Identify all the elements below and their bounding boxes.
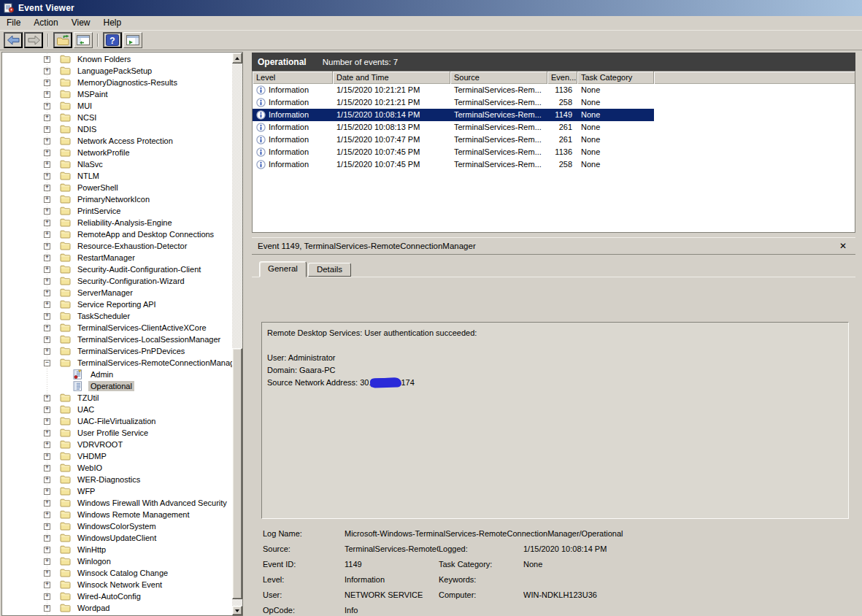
tree-item-winlogon[interactable]: +Winlogon bbox=[2, 555, 232, 567]
expand-icon[interactable]: + bbox=[44, 91, 50, 98]
expand-icon[interactable]: + bbox=[44, 278, 50, 285]
expand-icon[interactable]: + bbox=[44, 430, 50, 436]
export-folder-button[interactable] bbox=[53, 32, 72, 48]
tree-item-windowscolorsystem[interactable]: +WindowsColorSystem bbox=[2, 520, 232, 532]
tree-item-ncsi[interactable]: +NCSI bbox=[2, 112, 232, 123]
expand-icon[interactable]: + bbox=[44, 535, 50, 542]
tree-item-winhttp[interactable]: +WinHttp bbox=[2, 544, 232, 555]
tree-item-vhdmp[interactable]: +VHDMP bbox=[2, 450, 232, 462]
expand-icon[interactable]: + bbox=[44, 570, 50, 577]
tree-item-terminalservices-remoteconnectionmanager[interactable]: −TerminalServices-RemoteConnectionManage… bbox=[2, 357, 232, 369]
column-header-level[interactable]: Level bbox=[253, 72, 333, 84]
forward-arrow-button[interactable] bbox=[24, 32, 43, 48]
tree-item-wordpad[interactable]: +Wordpad bbox=[2, 602, 232, 614]
expand-icon[interactable]: + bbox=[44, 208, 50, 215]
scroll-down-button[interactable] bbox=[232, 606, 242, 615]
tree-item-mspaint[interactable]: +MSPaint bbox=[2, 88, 232, 100]
event-row[interactable]: Information1/15/2020 10:21:21 PMTerminal… bbox=[253, 96, 654, 109]
menu-file[interactable]: File bbox=[0, 16, 27, 30]
tree-item-terminalservices-localsessionmanager[interactable]: +TerminalServices-LocalSessionManager bbox=[2, 334, 232, 345]
expand-icon[interactable]: + bbox=[44, 150, 50, 156]
expand-icon[interactable]: + bbox=[44, 395, 50, 401]
expand-icon[interactable]: + bbox=[44, 523, 50, 530]
tree-item-networkprofile[interactable]: +NetworkProfile bbox=[2, 147, 232, 158]
tree-item-vdrvroot[interactable]: +VDRVROOT bbox=[2, 439, 232, 450]
column-header-even[interactable]: Even... bbox=[547, 72, 577, 84]
expand-icon[interactable]: + bbox=[44, 301, 50, 308]
tree-item-languagepacksetup[interactable]: +LanguagePackSetup bbox=[2, 65, 232, 77]
expand-icon[interactable]: + bbox=[44, 126, 50, 133]
expand-icon[interactable]: + bbox=[44, 477, 50, 483]
tree-item-uac-filevirtualization[interactable]: +UAC-FileVirtualization bbox=[2, 415, 232, 427]
expand-icon[interactable]: + bbox=[44, 453, 50, 460]
tree-item-primarynetworkicon[interactable]: +PrimaryNetworkIcon bbox=[2, 193, 232, 205]
tree-item-printservice[interactable]: +PrintService bbox=[2, 205, 232, 217]
tree-item-reliability-analysis-engine[interactable]: +Reliability-Analysis-Engine bbox=[2, 217, 232, 228]
expand-icon[interactable]: + bbox=[44, 196, 50, 203]
tree-item-uac[interactable]: +UAC bbox=[2, 404, 232, 415]
event-row[interactable]: Information1/15/2020 10:07:45 PMTerminal… bbox=[253, 158, 654, 171]
expand-icon[interactable]: + bbox=[44, 266, 50, 273]
tree-scrollbar[interactable] bbox=[232, 53, 242, 615]
menu-view[interactable]: View bbox=[65, 16, 97, 30]
expand-icon[interactable]: + bbox=[44, 348, 50, 355]
tree-item-wer-diagnostics[interactable]: +WER-Diagnostics bbox=[2, 474, 232, 485]
column-header-date-and-time[interactable]: Date and Time bbox=[333, 72, 450, 84]
tab-general[interactable]: General bbox=[259, 261, 307, 277]
expand-icon[interactable]: + bbox=[44, 255, 50, 261]
tree-item-restartmanager[interactable]: +RestartManager bbox=[2, 252, 232, 263]
tree-item-windows-remote-management[interactable]: +Windows Remote Management bbox=[2, 509, 232, 520]
expand-icon[interactable]: + bbox=[44, 465, 50, 471]
show-action-pane-button[interactable] bbox=[123, 32, 142, 48]
expand-icon[interactable]: + bbox=[44, 68, 50, 74]
expand-icon[interactable]: + bbox=[44, 56, 50, 63]
tree-item-security-audit-configuration-client[interactable]: +Security-Audit-Configuration-Client bbox=[2, 263, 232, 275]
tree-item-tzutil[interactable]: +TZUtil bbox=[2, 392, 232, 404]
tree-item-mui[interactable]: +MUI bbox=[2, 100, 232, 112]
tree-item-windows-firewall-with-advanced-security[interactable]: +Windows Firewall With Advanced Security bbox=[2, 497, 232, 509]
expand-icon[interactable]: + bbox=[44, 161, 50, 168]
tree-item-winsock-catalog-change[interactable]: +Winsock Catalog Change bbox=[2, 567, 232, 579]
scroll-thumb[interactable] bbox=[232, 348, 242, 599]
tree-item-windowsupdateclient[interactable]: +WindowsUpdateClient bbox=[2, 532, 232, 544]
tree-item-security-configuration-wizard[interactable]: +Security-Configuration-Wizard bbox=[2, 275, 232, 287]
tree-item-taskscheduler[interactable]: +TaskScheduler bbox=[2, 310, 232, 322]
expand-icon[interactable]: + bbox=[44, 290, 50, 296]
expand-icon[interactable]: + bbox=[44, 313, 50, 320]
menu-action[interactable]: Action bbox=[27, 16, 64, 30]
tree-item-wired-autoconfig[interactable]: +Wired-AutoConfig bbox=[2, 590, 232, 602]
tree-item-memorydiagnostics-results[interactable]: +MemoryDiagnostics-Results bbox=[2, 77, 232, 88]
help-button[interactable]: ? bbox=[103, 32, 122, 48]
tree-item-webio[interactable]: +WebIO bbox=[2, 462, 232, 474]
event-row[interactable]: Information1/15/2020 10:08:14 PMTerminal… bbox=[253, 109, 654, 121]
expand-icon[interactable]: + bbox=[44, 325, 50, 331]
tree-item-wfp[interactable]: +WFP bbox=[2, 485, 232, 497]
event-row[interactable]: Information1/15/2020 10:07:47 PMTerminal… bbox=[253, 134, 654, 146]
tree-item-service-reporting-api[interactable]: +Service Reporting API bbox=[2, 299, 232, 310]
expand-icon[interactable]: + bbox=[44, 115, 50, 121]
expand-icon[interactable]: + bbox=[44, 558, 50, 565]
tree-item-user-profile-service[interactable]: +User Profile Service bbox=[2, 427, 232, 439]
collapse-icon[interactable]: − bbox=[44, 360, 50, 366]
tree-item-terminalservices-pnpdevices[interactable]: +TerminalServices-PnPDevices bbox=[2, 345, 232, 357]
expand-icon[interactable]: + bbox=[44, 418, 50, 425]
tree-item-nlasvc[interactable]: +NlaSvc bbox=[2, 158, 232, 170]
expand-icon[interactable]: + bbox=[44, 185, 50, 191]
tree-item-known-folders[interactable]: +Known Folders bbox=[2, 53, 232, 65]
expand-icon[interactable]: + bbox=[44, 512, 50, 518]
expand-icon[interactable]: + bbox=[44, 593, 50, 600]
expand-icon[interactable]: + bbox=[44, 547, 50, 553]
column-header-source[interactable]: Source bbox=[450, 72, 547, 84]
close-icon[interactable]: ✕ bbox=[839, 242, 847, 250]
event-row[interactable]: Information1/15/2020 10:07:45 PMTerminal… bbox=[253, 146, 654, 158]
tree-item-ndis[interactable]: +NDIS bbox=[2, 123, 232, 135]
expand-icon[interactable]: + bbox=[44, 442, 50, 448]
tree-item-powershell[interactable]: +PowerShell bbox=[2, 182, 232, 193]
expand-icon[interactable]: + bbox=[44, 231, 50, 238]
expand-icon[interactable]: + bbox=[44, 243, 50, 250]
expand-icon[interactable]: + bbox=[44, 488, 50, 495]
expand-icon[interactable]: + bbox=[44, 407, 50, 413]
expand-icon[interactable]: + bbox=[44, 336, 50, 343]
expand-icon[interactable]: + bbox=[44, 605, 50, 612]
back-arrow-button[interactable] bbox=[4, 32, 23, 48]
